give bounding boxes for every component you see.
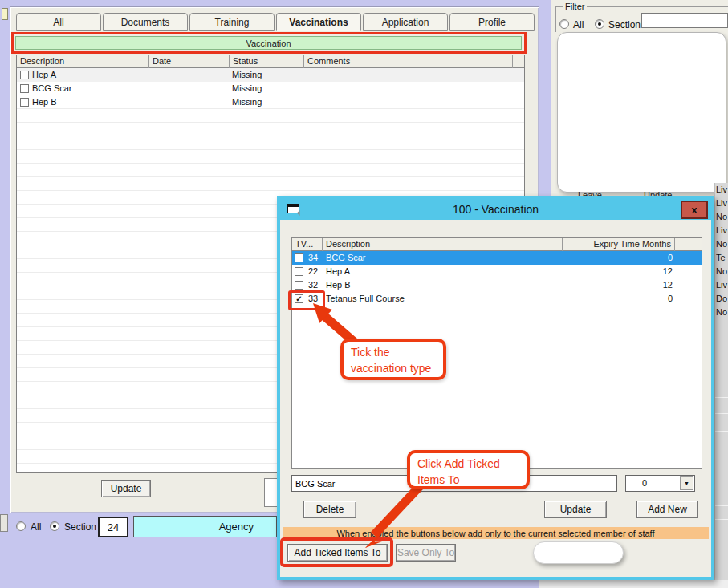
row-expiry: 12 [563,278,673,292]
table-header: Description Date Status Comments [17,55,524,68]
annotation-rect-add-ticked [280,537,393,567]
row-checkbox[interactable] [295,281,303,290]
row-description: BCG Scar [32,82,72,95]
annotation-rect-banner [11,32,527,54]
row-checkbox[interactable] [295,253,303,262]
tab-profile[interactable]: Profile [449,13,535,31]
row-status: Missing [232,82,262,95]
expiry-value: 0 [642,478,647,488]
filter-label: Filter [563,2,587,11]
col-comments[interactable]: Comments [304,55,498,68]
add-new-button[interactable]: Add New [636,501,698,518]
callout-tick-vaccination: Tick the vaccination type [340,339,446,380]
row-id: 22 [308,265,318,278]
app-screen: All Documents Training Vaccinations Appl… [0,0,728,588]
row-checkbox[interactable] [20,71,29,79]
partial-hidden-control [264,478,278,507]
clipped-background-labels: Leave Update [557,190,728,196]
tab-training[interactable]: Training [189,13,275,31]
blank-pill [533,541,624,564]
section-number-box[interactable]: 24 [98,517,128,537]
expiry-dropdown[interactable]: 0 ▼ [625,475,695,492]
radio-all-bottom-label: All [31,521,41,533]
save-only-to-button-disabled: Save Only To [396,544,456,562]
col-status[interactable]: Status [230,55,304,68]
agency-bar[interactable]: Agency [133,516,277,537]
update-button-main[interactable]: Update [101,480,151,497]
table-row[interactable]: BCG Scar Missing [17,82,524,95]
radio-section-bottom[interactable] [50,521,59,531]
dialog-list-header: TV... Description Expiry Time Months [292,238,702,251]
table-row[interactable]: Hep B Missing [17,95,524,109]
row-status: Missing [232,95,262,109]
list-row[interactable]: ✓ 33 Tetanus Full Course 0 [292,292,702,306]
radio-section-bottom-label: Section [64,521,96,533]
annotation-rect-checkbox [288,290,325,310]
dialog-titlebar[interactable]: 100 - Vaccination x [280,199,711,220]
col-expiry[interactable]: Expiry Time Months [563,238,675,251]
list-row[interactable]: 32 Hep B 12 [292,278,702,292]
radio-filter-all[interactable] [559,19,569,29]
row-description: BCG Scar [326,251,366,265]
row-description: Hep B [326,278,351,292]
list-row[interactable]: 22 Hep A 12 [292,265,702,278]
col-description[interactable]: Description [323,238,563,251]
col-extra[interactable] [675,238,703,251]
callout-click-add-ticked: Click Add Ticked Items To [407,450,530,489]
mini-side-tab[interactable] [2,8,8,20]
table-row[interactable]: Hep A Missing [17,68,524,82]
row-checkbox[interactable] [20,98,29,107]
row-description: Hep A [326,265,350,278]
row-id: 34 [308,251,318,265]
row-status: Missing [232,68,262,82]
tab-documents[interactable]: Documents [103,13,188,31]
row-description: Hep A [32,68,56,82]
col-description[interactable]: Description [17,55,149,68]
tab-all[interactable]: All [16,13,101,31]
list-row[interactable]: 34 BCG Scar 0 [292,251,702,265]
row-description: Tetanus Full Course [326,292,405,306]
radio-filter-all-label: All [573,19,584,30]
tab-vaccinations[interactable]: Vaccinations [276,13,361,31]
radio-all-bottom[interactable] [16,521,26,531]
row-checkbox[interactable] [295,267,303,276]
col-tv[interactable]: TV... [292,238,323,251]
radio-filter-section[interactable] [595,19,604,29]
row-expiry: 0 [563,292,673,306]
partial-hidden-button [0,514,8,532]
update-button-dialog[interactable]: Update [544,501,607,518]
filter-section-input[interactable] [641,13,728,28]
col-date[interactable]: Date [149,55,230,68]
form-icon [287,204,299,213]
col-extra-2[interactable] [513,55,525,68]
row-checkbox[interactable] [20,84,29,93]
background-list-empty [714,335,728,580]
tab-application[interactable]: Application [363,13,448,31]
notes-panel [557,32,726,193]
tab-bar: All Documents Training Vaccinations Appl… [16,13,536,31]
row-description: Hep B [32,95,57,109]
close-button[interactable]: x [681,201,708,219]
row-expiry: 12 [563,265,673,278]
dialog-title: 100 - Vaccination [453,203,539,216]
radio-filter-section-label: Section [608,19,641,30]
below-dialog-strip [539,580,728,588]
background-list-truncated: Liv Liv No Liv No Te No Liv Do No [714,183,728,335]
vaccination-dialog: 100 - Vaccination x 34 BCG Scar 0 22 Hep… [277,196,714,580]
row-expiry: 0 [563,251,673,265]
delete-button[interactable]: Delete [303,501,356,518]
col-extra-1[interactable] [498,55,513,68]
chevron-down-icon[interactable]: ▼ [680,476,693,490]
